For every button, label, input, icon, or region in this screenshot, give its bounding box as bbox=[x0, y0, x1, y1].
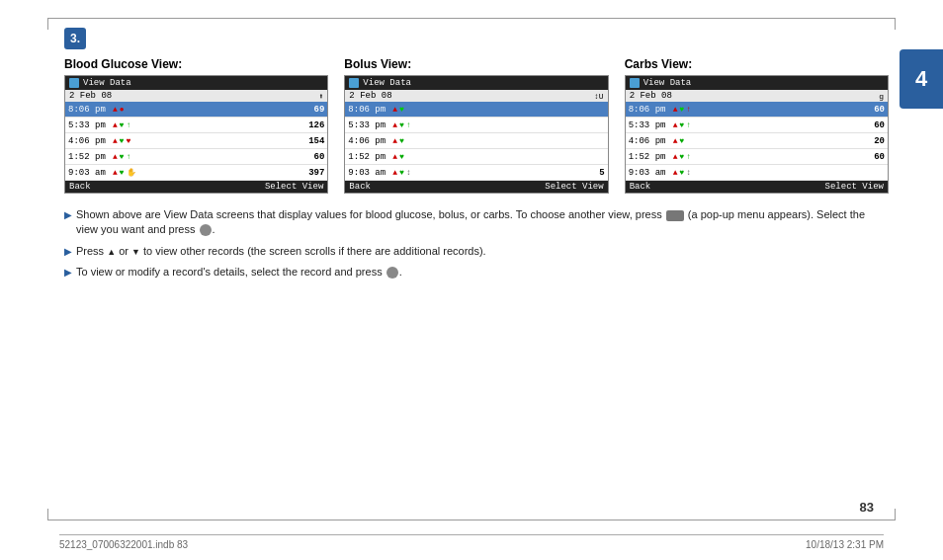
bolus-date: 2 Feb 08 bbox=[349, 91, 391, 101]
bg-icon-drop-1: ▲ bbox=[113, 105, 118, 114]
carbs-footer-select[interactable]: Select View bbox=[825, 182, 884, 192]
bullet-1-arrow: ▶ bbox=[64, 208, 72, 222]
bg-date-suffix: ⬆ bbox=[319, 92, 324, 101]
bg-header-text: View Data bbox=[83, 78, 131, 88]
carbs-value-2: 60 bbox=[860, 120, 885, 130]
carbs-row-3: 4:06 pm ▲ ♥ 20 bbox=[626, 133, 888, 149]
bolus-time-5: 9:03 am bbox=[348, 168, 392, 178]
bg-icon-2c: ↑ bbox=[127, 120, 131, 129]
bolus-footer-back[interactable]: Back bbox=[349, 182, 371, 192]
carbs-icon-1c: ↑ bbox=[686, 105, 691, 114]
bg-footer-back[interactable]: Back bbox=[69, 182, 91, 192]
carbs-row-2: 5:33 pm ▲ ♥ ↑ 60 bbox=[626, 118, 888, 133]
chapter-tab: 4 bbox=[900, 49, 943, 109]
carbs-row-4: 1:52 pm ▲ ♥ ↑ 60 bbox=[626, 149, 888, 165]
bolus-icon-4b: ♥ bbox=[399, 152, 404, 161]
step-badge: 3. bbox=[64, 28, 86, 49]
carbs-screen-header: View Data bbox=[626, 76, 888, 90]
footer-left: 52123_07006322001.indb 83 bbox=[59, 539, 188, 550]
bg-icon-4c: ↑ bbox=[127, 152, 131, 161]
down-arrow-icon: ▼ bbox=[131, 247, 140, 257]
footer-right: 10/18/13 2:31 PM bbox=[806, 539, 884, 550]
carbs-title: Carbs View: bbox=[625, 57, 889, 71]
bolus-screen: Bolus View: View Data 2 Feb 08 ↕U 8:06 p… bbox=[344, 57, 608, 194]
bolus-time-2: 5:33 pm bbox=[348, 120, 392, 130]
bg-icon-5c: ✋ bbox=[127, 168, 136, 177]
carbs-row-5: 9:03 am ▲ ♥ ↕ bbox=[626, 165, 888, 181]
bg-icon-3a: ▲ bbox=[113, 136, 118, 145]
carbs-icon-4a: ▲ bbox=[673, 152, 678, 161]
bg-time-2: 5:33 pm bbox=[68, 120, 113, 130]
carbs-footer-back[interactable]: Back bbox=[630, 182, 651, 192]
carbs-icon-2a: ▲ bbox=[673, 120, 678, 129]
bg-time-5: 9:03 am bbox=[68, 168, 113, 178]
bolus-icon-3a: ▲ bbox=[392, 136, 397, 145]
bg-date-row: 2 Feb 08 ⬆ bbox=[65, 90, 327, 102]
bg-value-5: 397 bbox=[300, 168, 324, 178]
bolus-time-1: 8:06 pm bbox=[348, 105, 392, 115]
bg-value-1: 69 bbox=[300, 105, 324, 115]
bolus-icons-2: ▲ ♥ ↑ bbox=[392, 120, 579, 129]
bg-row-2: 5:33 pm ▲ ♥ ↑ 126 bbox=[65, 118, 327, 133]
bolus-footer-select[interactable]: Select View bbox=[545, 182, 603, 192]
carbs-icons-4: ▲ ♥ ↑ bbox=[673, 152, 860, 161]
bolus-icon-2c: ↑ bbox=[406, 120, 411, 129]
bolus-row-1: 8:06 pm ▲ ♥ bbox=[345, 102, 607, 118]
bolus-body: View Data 2 Feb 08 ↕U 8:06 pm ▲ ♥ 5:33 p… bbox=[344, 75, 608, 194]
bolus-icon-5c: ↕ bbox=[406, 168, 411, 177]
bg-time-3: 4:06 pm bbox=[68, 136, 113, 146]
bg-icon-5a: ▲ bbox=[113, 168, 118, 177]
blood-glucose-body: View Data 2 Feb 08 ⬆ 8:06 pm ▲ ● 69 5:33 bbox=[64, 75, 328, 194]
bullet-2: ▶ Press ▲ or ▼ to view other records (th… bbox=[64, 244, 889, 259]
bg-value-3: 154 bbox=[300, 136, 324, 146]
carbs-time-2: 5:33 pm bbox=[629, 120, 673, 130]
bolus-title: Bolus View: bbox=[344, 57, 608, 71]
bolus-date-row: 2 Feb 08 ↕U bbox=[345, 90, 607, 102]
carbs-value-3: 20 bbox=[860, 136, 885, 146]
bullets-section: ▶ Shown above are View Data screens that… bbox=[64, 207, 889, 280]
carbs-time-1: 8:06 pm bbox=[629, 105, 673, 115]
carbs-icon-5c: ↕ bbox=[686, 168, 691, 177]
bolus-icon-5b: ♥ bbox=[399, 168, 404, 177]
carbs-icon-5b: ♥ bbox=[679, 168, 684, 177]
main-content: 3. Blood Glucose View: View Data 2 Feb 0… bbox=[64, 28, 889, 511]
blood-glucose-screen: Blood Glucose View: View Data 2 Feb 08 ⬆… bbox=[64, 57, 328, 194]
bolus-header-text: View Data bbox=[363, 78, 411, 88]
bolus-screen-header: View Data bbox=[345, 76, 607, 90]
carbs-value-1: 60 bbox=[860, 105, 885, 115]
corner-tl bbox=[47, 18, 59, 30]
bullet-3-arrow: ▶ bbox=[64, 266, 72, 280]
select-button-icon-2 bbox=[386, 267, 398, 279]
bullet-1-text: Shown above are View Data screens that d… bbox=[76, 207, 889, 238]
bg-icons-5: ▲ ♥ ✋ bbox=[113, 168, 300, 177]
carbs-header-icon bbox=[630, 78, 640, 88]
carbs-header-text: View Data bbox=[643, 78, 692, 88]
bg-screen-header: View Data bbox=[65, 76, 327, 90]
bolus-icon-1a: ▲ bbox=[392, 105, 397, 114]
corner-bl bbox=[47, 509, 59, 520]
bolus-icon-2a: ▲ bbox=[392, 120, 397, 129]
page-top-line bbox=[59, 18, 884, 19]
carbs-value-4: 60 bbox=[860, 152, 885, 162]
carbs-icons-5: ▲ ♥ ↕ bbox=[673, 168, 860, 177]
carbs-icon-4c: ↑ bbox=[686, 152, 691, 161]
bg-icon-4a: ▲ bbox=[113, 152, 118, 161]
carbs-time-5: 9:03 am bbox=[629, 168, 673, 178]
bolus-icons-1: ▲ ♥ bbox=[392, 105, 579, 114]
bolus-row-2: 5:33 pm ▲ ♥ ↑ bbox=[345, 118, 607, 133]
bg-icons-3: ▲ ♥ ♥ bbox=[113, 136, 300, 145]
bullet-1: ▶ Shown above are View Data screens that… bbox=[64, 207, 889, 238]
carbs-body: View Data 2 Feb 08 g 8:06 pm ▲ ♥ ↑ 60 bbox=[625, 75, 889, 194]
carbs-icon-3b: ♥ bbox=[679, 136, 684, 145]
bg-screen-footer: Back Select View bbox=[65, 181, 327, 193]
bolus-icon-2b: ♥ bbox=[399, 120, 404, 129]
carbs-icons-3: ▲ ♥ bbox=[673, 136, 860, 145]
select-button-icon bbox=[200, 224, 212, 236]
bolus-date-suffix: ↕U bbox=[594, 92, 604, 101]
carbs-icon-4b: ♥ bbox=[679, 152, 684, 161]
bg-footer-select[interactable]: Select View bbox=[265, 182, 323, 192]
bg-row-3: 4:06 pm ▲ ♥ ♥ 154 bbox=[65, 133, 327, 149]
carbs-icon-5a: ▲ bbox=[673, 168, 678, 177]
chapter-number: 4 bbox=[915, 66, 927, 92]
bg-icons-2: ▲ ♥ ↑ bbox=[113, 120, 300, 129]
